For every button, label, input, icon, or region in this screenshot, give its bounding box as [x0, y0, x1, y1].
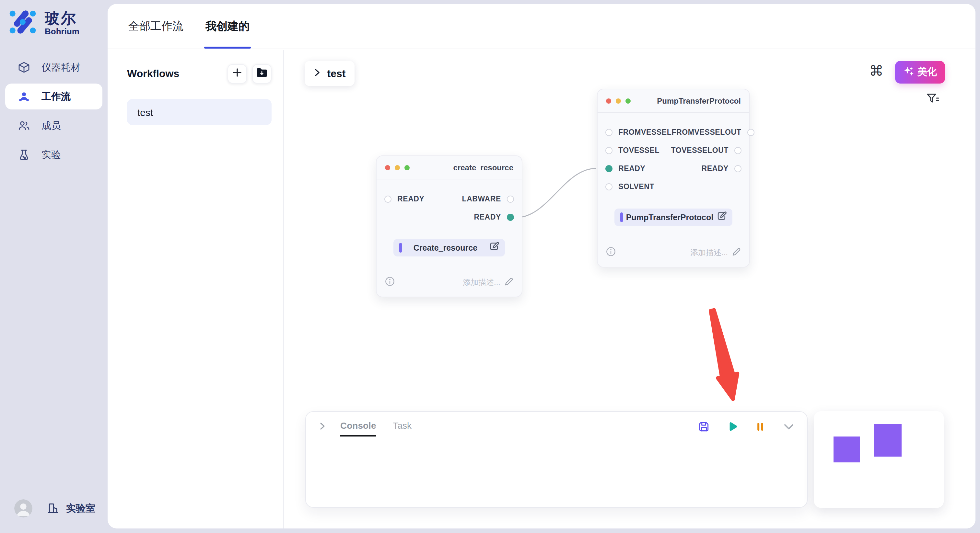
- workflow-item-label: test: [137, 106, 153, 117]
- port-label: READY: [397, 195, 425, 203]
- workflows-panel: Workflows: [108, 50, 284, 528]
- node-title: PumpTransferProtocol: [657, 96, 741, 105]
- brand-name-zh: 玻尔: [45, 10, 80, 27]
- workflows-panel-title: Workflows: [127, 68, 179, 80]
- input-port-tovessel[interactable]: [605, 147, 612, 154]
- port-label: READY: [701, 165, 729, 172]
- port-label: LABWARE: [462, 195, 501, 203]
- workflow-person-icon: [18, 90, 30, 103]
- collapse-chevron-icon[interactable]: [782, 422, 795, 431]
- tab-created-by-me[interactable]: 我创建的: [205, 4, 250, 49]
- workflow-list-item-test[interactable]: test: [127, 99, 272, 125]
- description-text: 添加描述...: [463, 277, 500, 288]
- info-icon[interactable]: [385, 276, 395, 289]
- port-label: READY: [474, 213, 501, 221]
- plus-icon: [232, 67, 242, 80]
- node-action-pill[interactable]: PumpTransferProtocol: [614, 209, 732, 226]
- port-label: TOVESSELOUT: [671, 146, 729, 154]
- sidebar-item-label: 成员: [41, 119, 61, 132]
- beautify-label: 美化: [918, 66, 937, 78]
- pause-icon[interactable]: [755, 421, 765, 431]
- node-description-placeholder[interactable]: 添加描述...: [463, 277, 513, 288]
- members-icon: [18, 119, 30, 132]
- console-panel: Console Task: [305, 411, 808, 508]
- output-port-labware[interactable]: [507, 195, 514, 202]
- port-label: READY: [618, 165, 646, 172]
- tab-all-workflows[interactable]: 全部工作流: [128, 4, 183, 49]
- beautify-button[interactable]: 美化: [895, 61, 945, 84]
- save-icon[interactable]: [698, 420, 710, 432]
- description-text: 添加描述...: [690, 247, 728, 259]
- task-tab[interactable]: Task: [393, 420, 412, 436]
- header-tabs: 全部工作流 我创建的: [108, 4, 975, 49]
- output-port-fromvesselout[interactable]: [747, 128, 754, 136]
- sidebar-item-instruments[interactable]: 仪器耗材: [5, 54, 102, 80]
- sidebar-nav: 仪器耗材 工作流 成员: [0, 54, 108, 168]
- traffic-dots-icon: [606, 98, 631, 103]
- minimap-node: [834, 436, 860, 462]
- output-port-ready[interactable]: [507, 213, 514, 220]
- box-icon: [18, 61, 30, 74]
- tab-label: 全部工作流: [128, 19, 183, 34]
- chevron-right-icon: [314, 68, 321, 79]
- breadcrumb[interactable]: test: [305, 61, 355, 86]
- avatar[interactable]: [14, 499, 32, 517]
- sidebar-item-workflows[interactable]: 工作流: [5, 84, 102, 109]
- input-port-ready[interactable]: [605, 165, 612, 172]
- sparkles-icon: [903, 66, 913, 78]
- brand-name-en: Bohrium: [45, 27, 80, 36]
- workspace-label[interactable]: 实验室: [66, 502, 95, 514]
- pencil-icon: [732, 247, 741, 259]
- pill-accent-bar: [399, 243, 401, 252]
- sidebar-item-label: 仪器耗材: [41, 61, 80, 73]
- building-icon: [47, 502, 60, 515]
- expand-chevron-icon[interactable]: [319, 421, 326, 436]
- node-action-pill[interactable]: Create_resource: [393, 239, 505, 257]
- sidebar-footer: 实验室: [14, 499, 95, 517]
- filter-funnel-icon[interactable]: [926, 91, 940, 108]
- console-tab[interactable]: Console: [340, 420, 376, 436]
- port-label: SOLVENT: [618, 182, 654, 190]
- command-icon[interactable]: ⌘: [869, 63, 883, 80]
- sidebar-item-label: 实验: [41, 149, 61, 161]
- pill-accent-bar: [620, 213, 622, 222]
- node-pump-transfer-protocol[interactable]: PumpTransferProtocol FROMVESSEL FROMVESS…: [597, 89, 750, 268]
- test-tube-icon: [18, 148, 30, 161]
- node-create-resource[interactable]: create_resource READY LABWARE: [376, 155, 522, 297]
- output-port-ready[interactable]: [734, 165, 741, 172]
- port-label: FROMVESSELOUT: [671, 128, 741, 136]
- edit-square-icon[interactable]: [717, 211, 727, 224]
- node-title: create_resource: [453, 163, 513, 172]
- breadcrumb-label: test: [327, 68, 346, 79]
- port-label: TOVESSEL: [618, 146, 660, 154]
- sidebar-item-label: 工作流: [41, 90, 71, 103]
- folder-import-icon: [256, 67, 268, 81]
- tab-label: 我创建的: [205, 19, 250, 34]
- traffic-dots-icon: [385, 165, 410, 170]
- node-header: PumpTransferProtocol: [598, 89, 749, 113]
- sidebar-item-experiments[interactable]: 实验: [5, 142, 102, 168]
- node-description-placeholder[interactable]: 添加描述...: [690, 247, 741, 259]
- add-workflow-button[interactable]: [228, 64, 247, 84]
- workflow-canvas[interactable]: test ⌘ 美化: [284, 50, 975, 528]
- pill-label: Create_resource: [401, 243, 489, 252]
- import-folder-button[interactable]: [252, 64, 272, 84]
- minimap[interactable]: [814, 411, 944, 508]
- pencil-icon: [504, 277, 513, 288]
- run-icon[interactable]: [727, 420, 738, 432]
- input-port-solvent[interactable]: [605, 183, 612, 190]
- pill-label: PumpTransferProtocol: [622, 213, 717, 222]
- input-port-ready[interactable]: [384, 195, 391, 202]
- info-icon[interactable]: [606, 247, 616, 259]
- node-header: create_resource: [377, 156, 522, 179]
- brand: 玻尔 Bohrium: [0, 9, 108, 38]
- sidebar: 玻尔 Bohrium 仪器耗材: [0, 0, 108, 533]
- sidebar-item-members[interactable]: 成员: [5, 113, 102, 139]
- bohrium-workflow-app: 玻尔 Bohrium 仪器耗材: [0, 0, 980, 533]
- port-label: FROMVESSEL: [618, 128, 671, 136]
- main-card: 全部工作流 我创建的 Workflows: [108, 4, 975, 528]
- edit-square-icon[interactable]: [489, 241, 499, 254]
- output-port-tovesselout[interactable]: [734, 147, 741, 154]
- bohrium-logo-icon: [9, 9, 36, 38]
- input-port-fromvessel[interactable]: [605, 128, 612, 136]
